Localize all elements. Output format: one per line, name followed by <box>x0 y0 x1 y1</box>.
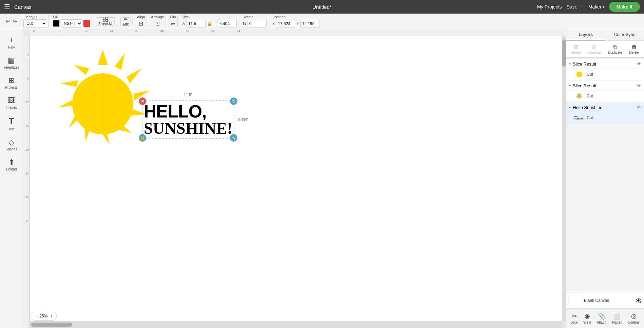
close-handle[interactable]: ✕ <box>139 97 146 105</box>
arrange-label: Arrange <box>151 15 164 19</box>
fill-group: Fill No Fill <box>52 15 92 28</box>
sun-graphic <box>50 46 155 163</box>
select-all-button[interactable]: Select All <box>96 17 115 25</box>
svg-marker-0 <box>98 50 108 65</box>
lock-icon[interactable]: 🔒 <box>207 21 212 26</box>
zoom-controls: − 25% + <box>31 312 57 321</box>
size-h-input[interactable] <box>218 20 237 28</box>
size-group: Size W 🔒 H <box>180 15 238 28</box>
layers-content: ▾ Slice Result 👁 <box>566 58 644 293</box>
position-label: Position <box>272 15 319 19</box>
edit-group: ✏ Edit <box>119 17 133 25</box>
topbar: ☰ Canvas Untitled* My Projects Save | Ma… <box>0 0 644 14</box>
canvas-hscroll-thumb[interactable] <box>31 323 72 327</box>
tab-layers[interactable]: Layers <box>566 29 605 40</box>
size-w-input[interactable] <box>187 20 206 28</box>
rotate-handle[interactable]: ↻ <box>230 97 237 105</box>
slice-tool-button[interactable]: ✂ Slice <box>568 311 580 325</box>
svg-marker-11 <box>74 65 89 75</box>
maker-button[interactable]: Maker ▾ <box>588 4 604 10</box>
blank-canvas-eye[interactable]: 👁‍🗨 <box>636 298 641 303</box>
save-button[interactable]: Save <box>567 4 578 10</box>
panel-toolbar: ⊞ Group ⊟ Ungroup ⧉ Duplicate 🗑 Delete <box>566 41 644 58</box>
arrange-button[interactable]: ⊡ <box>155 20 160 28</box>
sidebar-item-projects[interactable]: ⊞ Projects <box>1 73 22 92</box>
layer-group-hello-header[interactable]: ▾ Hello Sunshine 👁 <box>566 103 644 112</box>
position-x-input[interactable] <box>276 20 295 28</box>
width-size-label: 11.5" <box>183 92 193 97</box>
linetype-select[interactable]: Cut <box>23 19 47 28</box>
arrange-group: Arrange ⊡ <box>150 15 166 28</box>
fill-select[interactable]: No Fill <box>61 19 82 28</box>
slice1-layer-item[interactable]: Cut <box>566 69 644 80</box>
flip-button[interactable]: ⇌ <box>170 20 176 28</box>
blank-canvas-label: Blank Canvas <box>584 298 633 303</box>
align-group: Align ⊟ <box>135 15 147 28</box>
select-all-group: Select All <box>95 17 116 25</box>
linetype-label: Linetype <box>23 15 38 19</box>
canvas-horizontal-scrollbar[interactable] <box>30 321 562 328</box>
blank-canvas-thumb <box>569 296 581 305</box>
align-button[interactable]: ⊟ <box>138 20 144 28</box>
bottom-tools: ✂ Slice ◉ Weld 📎 Attach ⬜ Flatten ◎ C <box>566 308 644 328</box>
panel-tabs: Layers Color Sync <box>566 29 644 41</box>
ruler-left: 4 8 12 16 20 24 28 32 <box>23 36 30 328</box>
layer-group-slice2-header[interactable]: ▾ Slice Result 👁 <box>566 81 644 91</box>
weld-tool-button[interactable]: ◉ Weld <box>581 311 593 325</box>
menu-icon[interactable]: ☰ <box>4 3 10 11</box>
layer-group-slice2: ▾ Slice Result 👁 <box>566 81 644 102</box>
blank-canvas-row: Blank Canvas 👁‍🗨 <box>566 293 644 308</box>
layer-group-hello: ▾ Hello Sunshine 👁 HELLO, SUNSHINE Cut <box>566 103 644 124</box>
sidebar-item-text[interactable]: T Text <box>1 113 22 134</box>
edit-button[interactable]: ✏ Edit <box>120 17 131 25</box>
contour-tool-button[interactable]: ◎ Contour <box>626 311 642 325</box>
slice2-layer-item[interactable]: Cut <box>566 91 644 102</box>
slice1-visibility-toggle[interactable]: 👁 <box>637 61 641 67</box>
sidebar-item-templates[interactable]: ▦ Templates <box>1 53 22 72</box>
lock-handle[interactable]: 🔒 <box>139 134 146 142</box>
canvas-area[interactable]: 0 8 16 24 32 40 48 56 64 4 8 12 16 20 24… <box>23 29 566 328</box>
sidebar-item-upload[interactable]: ⬆ Upload <box>1 155 22 174</box>
svg-marker-26 <box>582 96 583 97</box>
sidebar-item-new[interactable]: ＋ New <box>1 32 22 52</box>
rotate-input[interactable] <box>248 20 267 28</box>
linetype-group: Linetype Cut <box>22 15 49 28</box>
svg-marker-10 <box>60 80 78 87</box>
rotate-label: Rotate <box>242 15 267 19</box>
canvas-white[interactable]: ✕ ↻ 🔒 ⤡ 11.5" 6.404" HELLO, SUNSHINE! <box>30 36 566 321</box>
tab-color-sync[interactable]: Color Sync <box>605 29 644 40</box>
panel-bottom: Blank Canvas 👁‍🗨 ✂ Slice ◉ Weld 📎 Attach… <box>566 293 644 328</box>
hello-visibility-toggle[interactable]: 👁 <box>637 105 641 110</box>
fill-color-swatch[interactable] <box>53 20 60 27</box>
canvas-vertical-scrollbar[interactable] <box>562 36 566 321</box>
position-group: Position X Y <box>271 15 321 28</box>
align-label: Align <box>137 15 145 19</box>
ruler-top: 0 8 16 24 32 40 48 56 64 <box>30 29 566 36</box>
position-y-input[interactable] <box>300 20 319 28</box>
layer-group-slice1-header[interactable]: ▾ Slice Result 👁 <box>566 59 644 69</box>
selected-text-element[interactable]: ✕ ↻ 🔒 ⤡ 11.5" 6.404" HELLO, SUNSHINE! <box>142 101 234 139</box>
make-it-button[interactable]: Make It <box>609 2 640 12</box>
zoom-out-button[interactable]: − <box>34 313 38 319</box>
sidebar-item-shapes[interactable]: ◇ Shapes <box>1 135 22 154</box>
my-projects-button[interactable]: My Projects <box>537 4 562 10</box>
fill-pen-icon[interactable] <box>83 20 90 27</box>
hello-layer-item[interactable]: HELLO, SUNSHINE Cut <box>566 112 644 124</box>
slice2-visibility-toggle[interactable]: 👁 <box>637 83 641 88</box>
group-button[interactable]: ⊞ Group <box>569 43 583 55</box>
ungroup-button[interactable]: ⊟ Ungroup <box>586 43 603 55</box>
undo-button[interactable]: ↩ <box>5 17 11 25</box>
rotate-group: Rotate ↻ <box>241 15 268 28</box>
zoom-in-button[interactable]: + <box>49 313 53 319</box>
divider: | <box>582 4 583 10</box>
attach-tool-button[interactable]: 📎 Attach <box>594 311 608 325</box>
canvas-vscroll-thumb[interactable] <box>562 39 566 67</box>
redo-button[interactable]: ↪ <box>12 17 18 25</box>
sidebar-item-images[interactable]: 🖼 Images <box>1 93 22 112</box>
flatten-tool-button[interactable]: ⬜ Flatten <box>610 311 624 325</box>
flip-group: Flip ⇌ <box>169 15 178 28</box>
zoom-value: 25% <box>39 314 47 318</box>
delete-button[interactable]: 🗑 Delete <box>627 43 641 55</box>
duplicate-button[interactable]: ⧉ Duplicate <box>606 43 624 55</box>
scale-handle[interactable]: ⤡ <box>230 134 237 142</box>
